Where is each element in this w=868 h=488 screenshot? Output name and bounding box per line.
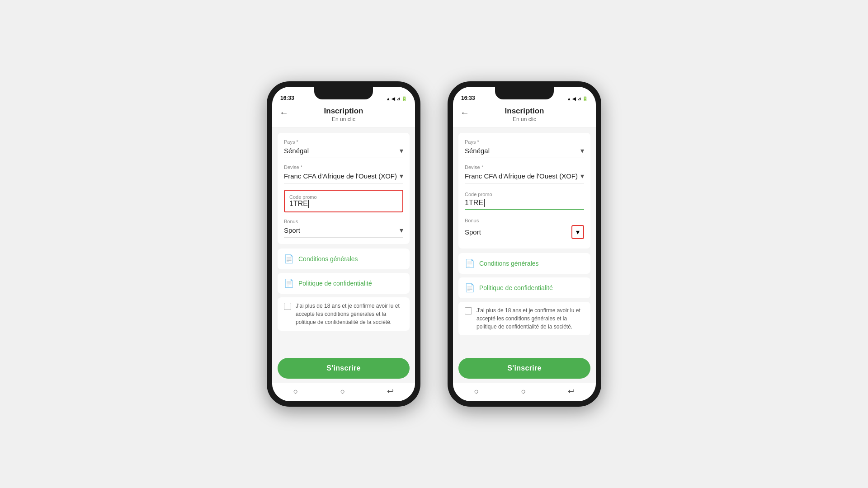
- pays-field-right: Pays * Sénégal ▾: [465, 139, 584, 158]
- bottom-nav-right: ○ ○ ↩: [453, 383, 596, 401]
- conditions-icon-left: 📄: [284, 254, 294, 264]
- bonus-chevron-red-box-right[interactable]: ▾: [571, 225, 584, 239]
- pays-chevron-left[interactable]: ▾: [400, 146, 403, 155]
- app-header-left: ← Inscription En un clic: [272, 103, 415, 127]
- text-cursor-right: [484, 199, 485, 207]
- home-nav-left[interactable]: ○: [293, 387, 298, 396]
- conditions-label-left: Conditions générales: [298, 255, 358, 263]
- content-left: Pays * Sénégal ▾ Devise * Franc CFA d'Af…: [272, 127, 415, 353]
- devise-value-right: Franc CFA d'Afrique de l'Ouest (XOF): [465, 172, 578, 180]
- pays-value-left: Sénégal: [284, 147, 309, 155]
- form-card-right: Pays * Sénégal ▾ Devise * Franc CFA d'Af…: [458, 133, 590, 249]
- conditions-icon-right: 📄: [465, 258, 475, 268]
- code-promo-label-right: Code promo: [465, 192, 584, 197]
- code-promo-input-right[interactable]: 1TRE: [465, 199, 584, 210]
- register-button-left[interactable]: S'inscrire: [278, 358, 410, 379]
- circle-nav-left[interactable]: ○: [340, 387, 345, 396]
- devise-field-right: Devise * Franc CFA d'Afrique de l'Ouest …: [465, 164, 584, 183]
- page-subtitle-left: En un clic: [332, 116, 355, 122]
- notch: [314, 87, 373, 99]
- status-icons-left: ▲ ◀ ⊿ 🔋: [386, 96, 407, 101]
- bonus-label-left: Bonus: [284, 219, 403, 224]
- bonus-chevron-right[interactable]: ▾: [576, 228, 580, 236]
- phone-right: 16:33 ▲ ◀ ⊿ 🔋 ← Inscription En un clic P…: [448, 81, 601, 407]
- bonus-value-left: Sport: [284, 226, 300, 234]
- back-nav-right[interactable]: ↩: [568, 386, 575, 396]
- notch-right: [495, 87, 554, 99]
- age-text-left: J'ai plus de 18 ans et je confirme avoir…: [296, 302, 403, 326]
- devise-label-left: Devise *: [284, 164, 403, 170]
- app-header-right: ← Inscription En un clic: [453, 103, 596, 127]
- pays-row-left[interactable]: Sénégal ▾: [284, 146, 403, 158]
- devise-row-left[interactable]: Franc CFA d'Afrique de l'Ouest (XOF) ▾: [284, 172, 403, 183]
- bonus-row-right[interactable]: Sport ▾: [465, 225, 584, 242]
- back-button-right[interactable]: ←: [460, 108, 469, 118]
- devise-value-left: Franc CFA d'Afrique de l'Ouest (XOF): [284, 172, 397, 180]
- phone-left: 16:33 ▲ ◀ ⊿ 🔋 ← Inscription En un clic P…: [267, 81, 420, 407]
- bonus-field-right: Bonus Sport ▾: [465, 218, 584, 242]
- pays-label-right: Pays *: [465, 139, 584, 145]
- pays-row-right[interactable]: Sénégal ▾: [465, 146, 584, 158]
- code-promo-label-left: Code promo: [289, 194, 317, 200]
- politique-section-left[interactable]: 📄 Politique de confidentialité: [278, 273, 410, 294]
- age-checkbox-right[interactable]: [465, 307, 472, 314]
- content-right: Pays * Sénégal ▾ Devise * Franc CFA d'Af…: [453, 127, 596, 353]
- page-title-right: Inscription: [505, 107, 544, 116]
- back-button-left[interactable]: ←: [279, 108, 288, 118]
- code-promo-highlight-left[interactable]: Code promo 1TRE: [284, 190, 403, 212]
- devise-chevron-right[interactable]: ▾: [580, 172, 584, 180]
- page-subtitle-right: En un clic: [513, 116, 536, 122]
- conditions-section-left[interactable]: 📄 Conditions générales: [278, 249, 410, 269]
- page-title-left: Inscription: [324, 107, 363, 116]
- bottom-section-right: S'inscrire: [453, 353, 596, 383]
- code-promo-field-left: Code promo 1TRE: [284, 190, 403, 212]
- politique-icon-left: 📄: [284, 278, 294, 288]
- code-promo-input-left[interactable]: 1TRE: [289, 200, 317, 208]
- politique-section-right[interactable]: 📄 Politique de confidentialité: [458, 277, 590, 298]
- status-time-left: 16:33: [280, 95, 294, 101]
- age-section-right: J'ai plus de 18 ans et je confirme avoir…: [458, 302, 590, 335]
- politique-label-left: Politique de confidentialité: [298, 280, 372, 287]
- back-nav-left[interactable]: ↩: [387, 386, 394, 396]
- pays-label-left: Pays *: [284, 139, 403, 145]
- devise-field-left: Devise * Franc CFA d'Afrique de l'Ouest …: [284, 164, 403, 183]
- politique-icon-right: 📄: [465, 283, 475, 293]
- pays-value-right: Sénégal: [465, 147, 490, 155]
- code-promo-field-right: Code promo 1TRE: [465, 190, 584, 211]
- age-checkbox-left[interactable]: [284, 303, 291, 310]
- pays-field-left: Pays * Sénégal ▾: [284, 139, 403, 158]
- status-time-right: 16:33: [461, 95, 475, 101]
- form-card-left: Pays * Sénégal ▾ Devise * Franc CFA d'Af…: [278, 133, 410, 244]
- code-promo-highlight-right[interactable]: Code promo 1TRE: [465, 190, 584, 211]
- bonus-value-right: Sport: [465, 228, 481, 236]
- politique-label-right: Politique de confidentialité: [479, 284, 553, 291]
- bottom-section-left: S'inscrire: [272, 353, 415, 383]
- text-cursor-left: [308, 200, 309, 208]
- bottom-nav-left: ○ ○ ↩: [272, 383, 415, 401]
- status-icons-right: ▲ ◀ ⊿ 🔋: [567, 96, 588, 101]
- home-nav-right[interactable]: ○: [474, 387, 479, 396]
- bonus-row-left[interactable]: Sport ▾: [284, 226, 403, 238]
- bonus-chevron-left[interactable]: ▾: [400, 226, 403, 235]
- bonus-field-left: Bonus Sport ▾: [284, 219, 403, 238]
- devise-row-right[interactable]: Franc CFA d'Afrique de l'Ouest (XOF) ▾: [465, 172, 584, 183]
- circle-nav-right[interactable]: ○: [521, 387, 526, 396]
- pays-chevron-right[interactable]: ▾: [580, 146, 584, 155]
- register-button-right[interactable]: S'inscrire: [458, 358, 590, 379]
- conditions-label-right: Conditions générales: [479, 260, 539, 267]
- age-section-left: J'ai plus de 18 ans et je confirme avoir…: [278, 297, 410, 331]
- age-text-right: J'ai plus de 18 ans et je confirme avoir…: [476, 306, 584, 331]
- conditions-section-right[interactable]: 📄 Conditions générales: [458, 253, 590, 274]
- devise-label-right: Devise *: [465, 164, 584, 170]
- bonus-label-right: Bonus: [465, 218, 584, 223]
- devise-chevron-left[interactable]: ▾: [400, 172, 403, 180]
